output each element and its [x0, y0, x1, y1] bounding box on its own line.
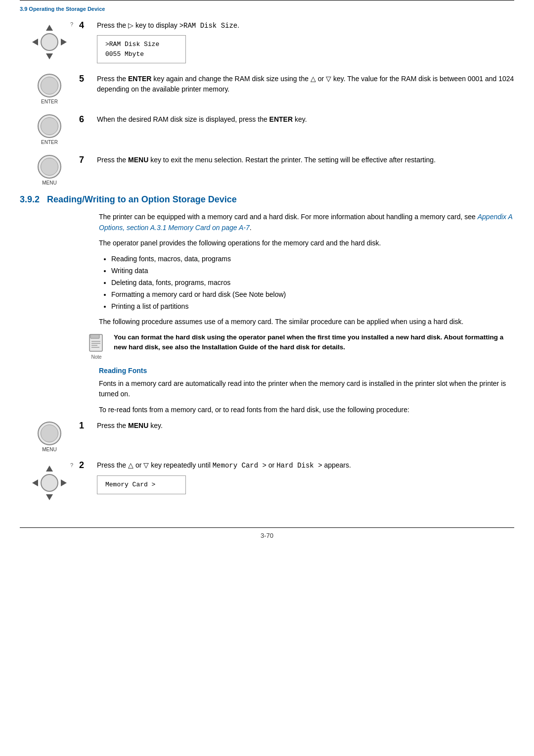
nav-cluster-392-2: ?	[28, 461, 71, 505]
enter-button-6[interactable]	[38, 114, 61, 138]
step7-text-end: key to exit the menu selection. Restart …	[148, 156, 436, 164]
step-6-number: 6	[79, 114, 84, 125]
rf-para2: To re-read fonts from a memory card, or …	[99, 405, 514, 416]
arrow-left-btn-392[interactable]	[29, 476, 42, 489]
enter-button-5[interactable]	[38, 74, 61, 97]
arrow-right-btn-392[interactable]	[57, 476, 70, 489]
section392-intro2: The operator panel provides the followin…	[99, 238, 514, 249]
step-392-2-text: Press the △ or ▽ key repeatedly until Me…	[97, 460, 514, 494]
step4-text-before: Press the ▷ key to display	[97, 21, 179, 29]
step392-2-lcd-line1: Memory Card >	[105, 481, 155, 488]
note-row: Note You can format the hard disk using …	[79, 332, 514, 360]
section-392-number: 3.9.2	[20, 194, 40, 204]
step392-2-end: appears.	[322, 461, 351, 469]
list-item: Deleting data, fonts, programs, macros	[111, 278, 514, 288]
step7-bold-menu: MENU	[128, 156, 148, 164]
step392-1-bold-menu: MENU	[128, 422, 148, 429]
step5-text-mid: key again and change the RAM disk size u…	[97, 75, 514, 93]
list-item: Printing a list of partitions	[111, 301, 514, 312]
step392-2-before: Press the △ or ▽ key repeatedly until	[97, 461, 213, 469]
step-392-1-row: MENU 1 Press the MENU key.	[20, 421, 514, 452]
left-arrow-icon-392	[32, 479, 38, 486]
step392-2-lcd: Memory Card >	[97, 475, 186, 494]
step6-text-before: When the desired RAM disk size is displa…	[97, 115, 269, 123]
intro1-end: .	[250, 224, 252, 232]
up-arrow-icon	[46, 25, 53, 31]
step392-2-mid: or	[267, 461, 276, 469]
step5-text-before: Press the	[97, 75, 128, 83]
arrow-up-btn[interactable]	[43, 21, 56, 34]
page: 3.9 Operating the Storage Device ? 4 Pre…	[0, 0, 534, 756]
step-5-number-col: 5	[79, 73, 97, 84]
step-392-2-number: 2	[79, 460, 97, 471]
page-number: 3-70	[261, 532, 273, 539]
section-392-title: Reading/Writing to an Option Storage Dev…	[47, 194, 237, 204]
step-7-text: Press the MENU key to exit the menu sele…	[97, 154, 514, 165]
step-5-text: Press the ENTER key again and change the…	[97, 73, 514, 94]
left-arrow-icon	[32, 39, 38, 46]
enter-label-5: ENTER	[41, 99, 58, 104]
step-7-number-col: 7	[79, 154, 97, 165]
right-arrow-icon-392	[61, 479, 67, 486]
right-arrow-icon	[61, 39, 67, 46]
arrow-down-btn[interactable]	[43, 50, 56, 63]
svg-rect-1	[90, 334, 99, 338]
step-4-number: 4	[79, 20, 84, 31]
arrow-left-btn[interactable]	[29, 36, 42, 48]
nav-cluster-4: ?	[28, 20, 71, 64]
nav-question-mark-392: ?	[70, 462, 73, 468]
step-6-icon-col: ENTER	[20, 113, 79, 145]
section392-intro1: The printer can be equipped with a memor…	[99, 212, 514, 233]
menu-label-392-1: MENU	[42, 447, 56, 452]
step7-text-before: Press the	[97, 156, 128, 164]
enter-button-inner-5	[41, 77, 58, 94]
note-icon-col: Note	[79, 332, 114, 360]
step-4-number-col: 4	[79, 19, 97, 31]
step-4-text: Press the ▷ key to display >RAM Disk Siz…	[97, 19, 514, 63]
menu-button-inner-392-1	[41, 425, 58, 442]
section-label: 3.9 Operating the Storage Device	[20, 6, 105, 12]
page-footer: 3-70	[20, 527, 514, 539]
step4-lcd-line1: >RAM Disk Size	[105, 41, 159, 48]
intro1-before: The printer can be equipped with a memor…	[99, 213, 478, 221]
up-arrow-icon-392	[46, 466, 53, 472]
step-5-icon-col: ENTER	[20, 73, 79, 104]
nav-center-392-2	[41, 474, 58, 492]
step5-bold-enter: ENTER	[128, 75, 151, 83]
step4-lcd-line2: 0055 Mbyte	[105, 50, 144, 58]
step6-bold-enter: ENTER	[269, 115, 293, 123]
step392-1-before: Press the	[97, 422, 128, 429]
menu-button-392-1[interactable]	[38, 422, 61, 445]
menu-button-7[interactable]	[38, 155, 61, 179]
step-4-icon-col: ?	[20, 19, 79, 64]
operations-list: Reading fonts, macros, data, programs Wr…	[111, 254, 514, 312]
step-5-row: ENTER 5 Press the ENTER key again and ch…	[20, 73, 514, 104]
step6-text-end: key.	[293, 115, 307, 123]
arrow-right-btn[interactable]	[57, 36, 70, 48]
menu-label-7: MENU	[42, 180, 56, 186]
down-arrow-icon-392	[46, 494, 53, 500]
list-item: Writing data	[111, 266, 514, 276]
step4-lcd: >RAM Disk Size 0055 Mbyte	[97, 35, 186, 63]
arrow-down-btn-392[interactable]	[43, 491, 56, 504]
list-item: Formatting a memory card or hard disk (S…	[111, 289, 514, 300]
down-arrow-icon	[46, 53, 53, 59]
menu-button-inner-7	[41, 158, 58, 176]
enter-label-6: ENTER	[41, 140, 58, 145]
note-text: You can format the hard disk using the o…	[114, 332, 514, 353]
reading-fonts-heading: Reading Fonts	[99, 367, 514, 375]
step-392-1-number: 1	[79, 421, 97, 431]
step-392-2-icon: ?	[20, 460, 79, 505]
note-document-icon	[86, 332, 107, 354]
rf-para1: Fonts in a memory card are automatically…	[99, 378, 514, 400]
content-area: ? 4 Press the ▷ key to display >RAM Disk…	[0, 14, 534, 518]
step392-2-mono1: Memory Card >	[213, 462, 267, 470]
nav-question-mark: ?	[70, 21, 73, 27]
section392-para3: The following procedure assumes use of a…	[99, 317, 514, 328]
step4-text-end: .	[237, 21, 239, 29]
step-6-number-col: 6	[79, 113, 97, 125]
step-5-number: 5	[79, 74, 84, 84]
arrow-up-btn-392[interactable]	[43, 462, 56, 475]
nav-center	[41, 33, 58, 51]
step392-2-mono2: Hard Disk >	[276, 462, 322, 470]
